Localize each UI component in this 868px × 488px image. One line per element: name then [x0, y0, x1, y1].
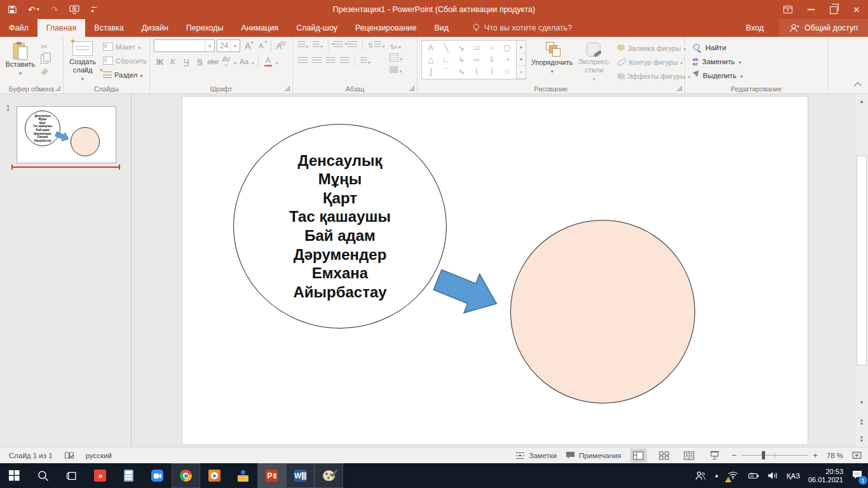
font-name-combobox[interactable] [154, 39, 215, 52]
notes-toggle[interactable]: Заметки [515, 452, 557, 459]
grow-font-icon[interactable] [242, 39, 254, 52]
font-color-button[interactable]: А [262, 55, 274, 68]
font-size-caret[interactable] [230, 40, 240, 51]
font-size-combobox[interactable]: 24 [217, 39, 240, 52]
battery-icon[interactable] [747, 472, 759, 480]
underline-button[interactable]: Ч [180, 55, 192, 68]
shape-scribble[interactable]: ʃ [423, 66, 438, 78]
shape-effects-button[interactable]: Эффекты фигуры [616, 69, 692, 83]
copy-icon[interactable] [41, 53, 55, 65]
format-painter-icon[interactable] [41, 66, 55, 78]
decrease-indent-icon[interactable] [332, 39, 344, 51]
align-right-icon[interactable] [325, 55, 337, 67]
strikethrough-button[interactable]: abc [207, 55, 219, 68]
spacing-caret[interactable] [234, 56, 236, 67]
action-center-button[interactable]: 1 [851, 470, 863, 482]
align-text-button[interactable] [390, 52, 402, 63]
tab-review[interactable]: Рецензирование [346, 19, 426, 37]
taskbar-app-anydesk[interactable]: » [86, 463, 114, 488]
taskbar-app-media-player[interactable] [200, 463, 229, 488]
tab-design[interactable]: Дизайн [133, 19, 177, 37]
blue-arrow-shape[interactable] [429, 261, 505, 327]
gallery-more-button[interactable]: ≡ [517, 66, 526, 79]
shape-elbow-arrow[interactable]: ↳ [454, 53, 469, 65]
undo-button[interactable]: ↶▾ [28, 5, 39, 14]
convert-smartart-button[interactable] [390, 64, 402, 75]
scroll-down-arrow[interactable]: ▼ [857, 397, 867, 407]
align-center-icon[interactable] [311, 55, 323, 67]
paste-dropdown-caret[interactable] [19, 69, 22, 78]
shape-arc[interactable]: ⌒ [438, 66, 454, 78]
zoom-percentage[interactable]: 78 % [827, 452, 843, 459]
minimize-button[interactable] [799, 0, 822, 19]
restore-button[interactable] [822, 0, 845, 19]
replace-button[interactable]: abacЗаменить [693, 55, 825, 68]
customize-qat-icon[interactable] [91, 6, 97, 13]
slideshow-view-button[interactable] [707, 449, 723, 463]
tell-me-box[interactable]: Что вы хотите сделать? [473, 19, 572, 37]
slide-counter[interactable]: Слайд 1 из 1 [9, 452, 53, 459]
bullets-button[interactable] [297, 39, 309, 51]
bold-button[interactable]: Ж [154, 55, 165, 68]
zoom-out-button[interactable]: − [732, 451, 737, 460]
word-list-circle[interactable]: Денсаулық Мұңы Қарт Тас қашаушы Бай адам… [233, 124, 447, 329]
shape-oval[interactable]: ○ [484, 41, 499, 53]
collapse-ribbon-icon[interactable] [854, 82, 861, 89]
increase-indent-icon[interactable] [346, 39, 358, 51]
sign-in-button[interactable]: Вход [731, 19, 779, 37]
shape-outline-button[interactable]: Контур фигуры [616, 55, 692, 69]
reset-button[interactable]: Сбросить [102, 54, 148, 67]
zoom-slider-handle[interactable] [762, 451, 765, 459]
scroll-up-arrow[interactable]: ▲ [857, 96, 867, 106]
taskbar-search-button[interactable] [29, 463, 57, 488]
drawing-dialog-launcher[interactable] [677, 86, 682, 91]
zoom-in-button[interactable]: + [813, 451, 818, 460]
columns-button[interactable] [359, 55, 372, 67]
next-slide-button[interactable]: ▼▼ [857, 434, 867, 444]
language-indicator[interactable]: русский [86, 452, 112, 459]
section-button[interactable]: Раздел [102, 68, 148, 81]
cut-icon[interactable]: ✂ [41, 41, 55, 52]
save-icon[interactable] [8, 5, 17, 14]
text-shadow-button[interactable]: S [194, 55, 205, 68]
taskbar-app-calculator[interactable] [114, 463, 143, 488]
quick-styles-button[interactable]: Экспресс-стили [578, 39, 610, 83]
network-status-icon[interactable] [728, 470, 738, 482]
shrink-font-icon[interactable] [255, 39, 267, 52]
quick-styles-caret[interactable] [593, 74, 595, 83]
clear-formatting-icon[interactable] [275, 39, 287, 52]
clipboard-dialog-launcher[interactable] [55, 86, 60, 91]
shape-rounded-rectangle[interactable]: ▢ [499, 41, 515, 53]
redo-button[interactable]: ↷ [51, 5, 58, 14]
shape-line[interactable]: ╲ [438, 41, 454, 53]
font-color-caret[interactable] [276, 56, 278, 67]
select-button[interactable]: Выделить [693, 69, 825, 82]
case-caret[interactable] [252, 56, 254, 67]
change-case-button[interactable]: Aa [238, 55, 250, 68]
shape-right-arrow[interactable]: ⇨ [469, 53, 484, 65]
shape-down-arrow[interactable]: ⇩ [484, 53, 499, 65]
normal-view-button[interactable] [630, 449, 647, 463]
slide-canvas[interactable]: Денсаулық Мұңы Қарт Тас қашаушы Бай адам… [182, 96, 808, 445]
text-direction-button[interactable] [390, 40, 402, 51]
paragraph-dialog-launcher[interactable] [409, 86, 414, 91]
layout-button[interactable]: Макет [102, 40, 148, 53]
line-spacing-button[interactable] [367, 39, 386, 51]
taskbar-app-archive[interactable] [229, 463, 257, 488]
shape-right-brace[interactable]: } [484, 66, 499, 78]
vertical-scrollbar[interactable]: ▲ ▼ ▲▲ ▼▼ [855, 94, 868, 447]
spellcheck-icon[interactable] [64, 451, 74, 460]
tab-view[interactable]: Вид [425, 19, 458, 37]
slide-sorter-view-button[interactable] [656, 449, 672, 463]
fit-slide-to-window-icon[interactable] [852, 451, 862, 459]
share-button[interactable]: Общий доступ [779, 19, 868, 37]
taskbar-app-zoom[interactable] [143, 463, 172, 488]
keyboard-layout-indicator[interactable]: ҚАЗ [787, 472, 800, 480]
shape-curve[interactable]: ∿ [454, 66, 469, 78]
tab-transitions[interactable]: Переходы [177, 19, 233, 37]
slide-thumbnail[interactable]: Денсаулық Мұңы Қарт Тас қашаушы Бай адам… [17, 106, 116, 163]
gallery-scroll-down[interactable]: ▼ [517, 53, 526, 66]
empty-answer-circle[interactable] [510, 220, 695, 403]
taskbar-clock[interactable]: 20:53 06.01.2021 [808, 468, 843, 484]
shape-text-box[interactable]: A [423, 41, 438, 53]
